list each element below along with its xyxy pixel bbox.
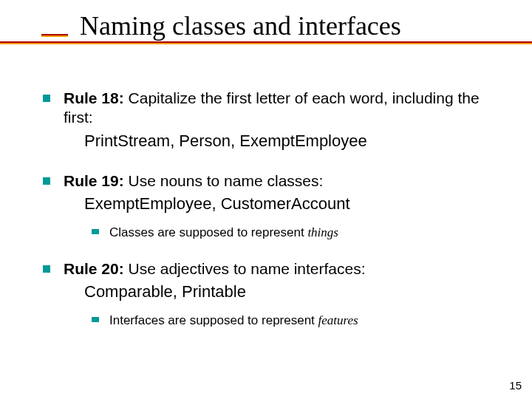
slide: Naming classes and interfaces Rule 18: C…	[0, 0, 532, 399]
title-rule-orange	[0, 43, 532, 44]
sub-text: Classes are supposed to represent things	[109, 225, 494, 240]
rule-examples: ExemptEmployee, CustomerAccount	[84, 194, 494, 214]
rule-text: Use nouns to name classes:	[124, 172, 324, 189]
bullet-item: Rule 19: Use nouns to name classes: Exem…	[43, 171, 494, 214]
sub-lead: Classes are supposed to represent	[109, 225, 307, 239]
square-bullet-icon	[43, 95, 50, 102]
slide-body: Rule 18: Capitalize the first letter of …	[43, 89, 494, 347]
rule-text: Use adjectives to name interfaces:	[124, 260, 366, 277]
rule-examples: Comparable, Printable	[84, 282, 494, 302]
square-bullet-icon	[43, 177, 50, 185]
rule-label: Rule 18:	[64, 89, 124, 106]
title-bar: Naming classes and interfaces	[0, 10, 532, 41]
item-text: Rule 20: Use adjectives to name interfac…	[64, 259, 494, 302]
square-bullet-icon	[92, 229, 99, 234]
sub-bullet-item: Interfaces are supposed to represent fea…	[92, 313, 494, 328]
bullet-item: Rule 18: Capitalize the first letter of …	[43, 89, 494, 151]
item-text: Rule 18: Capitalize the first letter of …	[64, 89, 494, 151]
page-number: 15	[509, 379, 522, 392]
slide-title: Naming classes and interfaces	[80, 10, 532, 41]
bullet-item: Rule 20: Use adjectives to name interfac…	[43, 259, 494, 302]
sub-text: Interfaces are supposed to represent fea…	[109, 313, 494, 328]
rule-label: Rule 20:	[64, 260, 124, 277]
sub-em: features	[318, 313, 358, 327]
rule-examples: PrintStream, Person, ExemptEmployee	[84, 131, 494, 151]
sub-em: things	[307, 225, 338, 239]
sub-bullet-item: Classes are supposed to represent things	[92, 225, 494, 240]
rule-label: Rule 19:	[64, 172, 124, 189]
square-bullet-icon	[43, 265, 50, 273]
rule-text: Capitalize the first letter of each word…	[64, 89, 480, 126]
sub-lead: Interfaces are supposed to represent	[109, 313, 318, 327]
item-text: Rule 19: Use nouns to name classes: Exem…	[64, 171, 494, 214]
square-bullet-icon	[92, 317, 99, 322]
